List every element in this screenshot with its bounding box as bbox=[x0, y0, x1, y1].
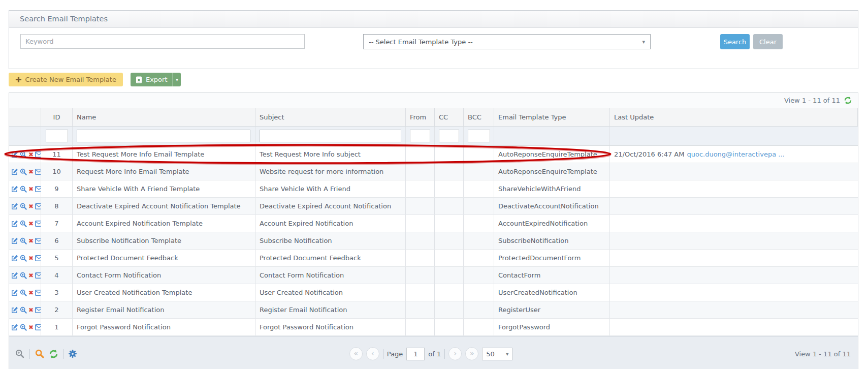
cell-last-update bbox=[610, 232, 858, 249]
header-cc[interactable]: CC bbox=[435, 108, 464, 126]
reload-grid-icon[interactable] bbox=[49, 350, 58, 358]
cell-id: 11 bbox=[41, 146, 73, 163]
header-last-update[interactable]: Last Update bbox=[610, 108, 858, 126]
edit-row-icon[interactable] bbox=[11, 168, 18, 175]
action-toolbar: ✚ Create New Email Template x Export ▾ bbox=[9, 73, 859, 86]
edit-row-icon[interactable] bbox=[11, 202, 18, 210]
first-page-button[interactable]: « bbox=[349, 347, 363, 360]
header-subject[interactable]: Subject bbox=[255, 108, 406, 126]
template-type-select[interactable]: -- Select Email Template Type -- ▾ bbox=[363, 34, 651, 49]
export-dropdown-button[interactable]: ▾ bbox=[172, 73, 181, 86]
gear-icon[interactable] bbox=[69, 350, 77, 358]
header-bcc[interactable]: BCC bbox=[464, 108, 494, 126]
cell-cc bbox=[435, 319, 464, 335]
view-row-icon[interactable] bbox=[20, 306, 27, 314]
table-row[interactable]: ✖ 11 Test Request More Info Email Templa… bbox=[9, 146, 858, 163]
view-row-icon[interactable] bbox=[20, 168, 27, 175]
cell-bcc bbox=[464, 215, 494, 232]
table-row[interactable]: ✖ 6 Subscribe Notification Template Subs… bbox=[9, 232, 858, 250]
email-row-icon[interactable] bbox=[35, 254, 41, 262]
delete-row-icon[interactable]: ✖ bbox=[28, 271, 34, 279]
next-page-button[interactable]: › bbox=[448, 347, 462, 360]
filter-id-input[interactable] bbox=[46, 130, 68, 142]
table-row[interactable]: ✖ 8 Deactivate Expired Account Notificat… bbox=[9, 198, 858, 215]
edit-row-icon[interactable] bbox=[11, 220, 18, 227]
email-row-icon[interactable] bbox=[35, 289, 41, 296]
edit-row-icon[interactable] bbox=[11, 185, 18, 193]
edit-row-icon[interactable] bbox=[11, 237, 18, 244]
filter-subject-input[interactable] bbox=[260, 130, 401, 142]
zoom-magnifier-plus-icon[interactable] bbox=[15, 349, 24, 358]
header-template-type[interactable]: Email Template Type bbox=[494, 108, 610, 126]
clear-button[interactable]: Clear bbox=[753, 34, 783, 49]
email-row-icon[interactable] bbox=[35, 185, 41, 193]
edit-row-icon[interactable] bbox=[11, 306, 18, 314]
edit-row-icon[interactable] bbox=[11, 271, 18, 279]
view-row-icon[interactable] bbox=[20, 185, 27, 193]
prev-page-button[interactable]: ‹ bbox=[366, 347, 379, 360]
delete-row-icon[interactable]: ✖ bbox=[28, 323, 34, 331]
cell-from bbox=[406, 250, 435, 266]
table-row[interactable]: ✖ 4 Contact Form Notification Contact Fo… bbox=[9, 267, 858, 284]
email-row-icon[interactable] bbox=[35, 168, 41, 175]
table-row[interactable]: ✖ 7 Account Expired Notification Templat… bbox=[9, 215, 858, 232]
filter-name-input[interactable] bbox=[77, 130, 250, 142]
header-id[interactable]: ID bbox=[41, 108, 73, 126]
view-row-icon[interactable] bbox=[20, 289, 27, 296]
pagination: « ‹ Page of 1 › » 50 ▾ bbox=[126, 347, 736, 360]
row-actions: ✖ bbox=[9, 267, 41, 284]
delete-row-icon[interactable]: ✖ bbox=[28, 150, 34, 158]
delete-row-icon[interactable]: ✖ bbox=[28, 289, 34, 296]
edit-row-icon[interactable] bbox=[11, 289, 18, 296]
cell-from bbox=[406, 198, 435, 214]
view-row-icon[interactable] bbox=[20, 202, 27, 210]
table-row[interactable]: ✖ 9 Share Vehicle With A Friend Template… bbox=[9, 180, 858, 198]
table-row[interactable]: ✖ 3 User Created Notification Template U… bbox=[9, 284, 858, 301]
filter-bcc-input[interactable] bbox=[468, 130, 490, 142]
last-update-user-link[interactable]: quoc.duong@interactivepa ... bbox=[687, 150, 784, 158]
create-new-template-button[interactable]: ✚ Create New Email Template bbox=[9, 73, 123, 86]
keyword-input[interactable] bbox=[20, 34, 305, 49]
cell-template-type: AccountExpiredNotification bbox=[494, 215, 610, 232]
table-row[interactable]: ✖ 5 Protected Document Feedback Protecte… bbox=[9, 250, 858, 267]
email-row-icon[interactable] bbox=[35, 306, 41, 314]
refresh-icon[interactable] bbox=[844, 97, 852, 104]
view-row-icon[interactable] bbox=[20, 254, 27, 262]
view-row-icon[interactable] bbox=[20, 237, 27, 244]
view-row-icon[interactable] bbox=[20, 271, 27, 279]
filter-from-input[interactable] bbox=[410, 130, 430, 142]
email-row-icon[interactable] bbox=[35, 271, 41, 279]
delete-row-icon[interactable]: ✖ bbox=[28, 254, 34, 262]
delete-row-icon[interactable]: ✖ bbox=[28, 306, 34, 314]
header-from[interactable]: From bbox=[406, 108, 435, 126]
table-row[interactable]: ✖ 10 Request More Info Email Template We… bbox=[9, 163, 858, 180]
search-button[interactable]: Search bbox=[720, 34, 750, 49]
view-row-icon[interactable] bbox=[20, 220, 27, 227]
delete-row-icon[interactable]: ✖ bbox=[28, 220, 34, 227]
delete-row-icon[interactable]: ✖ bbox=[28, 185, 34, 193]
last-page-button[interactable]: » bbox=[465, 347, 478, 360]
email-row-icon[interactable] bbox=[35, 237, 41, 244]
email-row-icon[interactable] bbox=[35, 220, 41, 227]
edit-row-icon[interactable] bbox=[11, 323, 18, 331]
table-row[interactable]: ✖ 2 Register Email Notification Register… bbox=[9, 301, 858, 319]
view-row-icon[interactable] bbox=[20, 323, 27, 331]
email-row-icon[interactable] bbox=[35, 150, 41, 158]
email-templates-grid: View 1 - 11 of 11 ID Name Subject From C… bbox=[9, 93, 858, 336]
email-row-icon[interactable] bbox=[35, 202, 41, 210]
header-name[interactable]: Name bbox=[73, 108, 255, 126]
delete-row-icon[interactable]: ✖ bbox=[28, 237, 34, 244]
page-number-input[interactable] bbox=[406, 348, 425, 360]
page-size-select[interactable]: 50 ▾ bbox=[482, 348, 512, 360]
edit-row-icon[interactable] bbox=[11, 150, 18, 158]
delete-row-icon[interactable]: ✖ bbox=[28, 202, 34, 210]
delete-row-icon[interactable]: ✖ bbox=[28, 168, 34, 175]
filter-cc-input[interactable] bbox=[439, 130, 459, 142]
export-button[interactable]: x Export bbox=[131, 73, 173, 86]
view-row-icon[interactable] bbox=[20, 150, 27, 158]
cell-name: Account Expired Notification Template bbox=[73, 215, 255, 232]
email-row-icon[interactable] bbox=[35, 323, 41, 331]
search-magnifier-icon[interactable] bbox=[35, 349, 44, 358]
table-row[interactable]: ✖ 1 Forgot Password Notification Forgot … bbox=[9, 319, 858, 336]
edit-row-icon[interactable] bbox=[11, 254, 18, 262]
